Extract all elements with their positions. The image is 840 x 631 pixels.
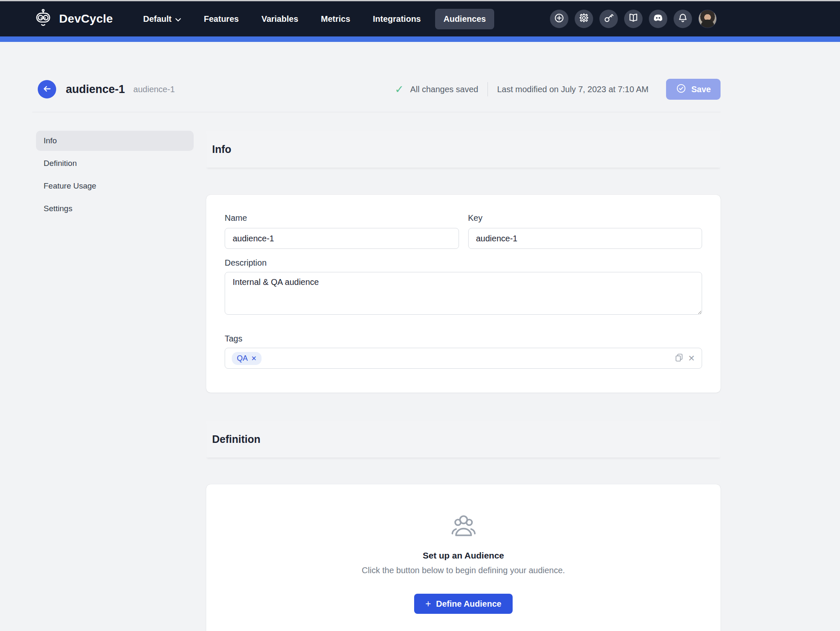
docs-book-icon	[628, 13, 639, 25]
audience-group-icon	[450, 532, 477, 539]
page-title: audience-1	[66, 83, 125, 96]
check-circle-icon	[676, 83, 687, 96]
api-keys-button[interactable]	[599, 10, 618, 28]
accent-bar	[0, 36, 840, 42]
saved-status: All changes saved	[410, 85, 478, 94]
key-field-group: Key	[468, 213, 703, 249]
gear-icon	[578, 13, 589, 25]
plus-circle-icon	[554, 13, 565, 25]
tag-chip: QA ✕	[232, 352, 262, 365]
name-label: Name	[225, 213, 459, 223]
check-icon: ✓	[395, 84, 404, 95]
notifications-button[interactable]	[674, 10, 692, 28]
tags-field-group: Tags QA ✕ ✕	[225, 334, 702, 369]
sidebar-item-feature-usage[interactable]: Feature Usage	[36, 176, 194, 196]
sidebar-item-settings[interactable]: Settings	[36, 199, 194, 219]
clear-tags-icon[interactable]: ✕	[688, 354, 695, 362]
divider	[487, 82, 488, 96]
back-button[interactable]	[38, 80, 56, 98]
name-input[interactable]	[225, 228, 459, 249]
user-avatar[interactable]	[698, 10, 717, 28]
description-field-group: Description	[225, 258, 702, 316]
chevron-down-icon	[175, 14, 181, 24]
sidebar-item-definition[interactable]: Definition	[36, 153, 194, 173]
brand[interactable]: DevCycle	[34, 9, 113, 29]
last-modified: Last modified on July 7, 2023 at 7:10 AM	[497, 85, 648, 94]
sidebar-item-info[interactable]: Info	[36, 131, 194, 151]
tags-label: Tags	[225, 334, 702, 344]
description-textarea[interactable]	[225, 272, 702, 315]
description-label: Description	[225, 258, 702, 268]
name-field-group: Name	[225, 213, 459, 249]
arrow-left-icon	[42, 84, 52, 95]
discord-icon	[652, 12, 664, 26]
project-selector-dropdown[interactable]: Default	[135, 9, 189, 29]
docs-button[interactable]	[624, 10, 643, 28]
page-subtitle: audience-1	[133, 85, 175, 94]
key-icon	[603, 13, 614, 25]
brand-name: DevCycle	[59, 12, 113, 26]
tag-remove-icon[interactable]: ✕	[251, 354, 257, 362]
definition-section-header: Definition	[206, 421, 721, 458]
copy-icon[interactable]	[674, 353, 684, 364]
settings-button[interactable]	[575, 10, 593, 28]
tags-controls: ✕	[674, 353, 695, 364]
info-card: Name Key Description Tags	[206, 195, 721, 393]
top-navbar: DevCycle Default Features Variables Metr…	[0, 1, 840, 36]
main-content: Info Name Key Description	[206, 131, 721, 631]
define-audience-button[interactable]: + Define Audience	[414, 594, 513, 614]
info-section-header: Info	[206, 131, 721, 168]
nav-item-integrations[interactable]: Integrations	[365, 9, 429, 29]
key-input[interactable]	[468, 228, 703, 249]
nav-item-variables[interactable]: Variables	[253, 9, 307, 29]
empty-state-title: Set up an Audience	[206, 551, 721, 561]
navbar-actions	[550, 10, 717, 28]
header-status-area: ✓ All changes saved Last modified on Jul…	[395, 79, 721, 100]
devcycle-robot-logo-icon	[34, 9, 53, 29]
nav-item-audiences[interactable]: Audiences	[435, 9, 494, 29]
create-button[interactable]	[550, 10, 568, 28]
nav-item-features[interactable]: Features	[195, 9, 247, 29]
save-button[interactable]: Save	[666, 79, 721, 100]
definition-card: Set up an Audience Click the button belo…	[206, 484, 721, 631]
plus-icon: +	[425, 599, 431, 609]
page: audience-1 audience-1 ✓ All changes save…	[0, 78, 840, 631]
tags-input[interactable]: QA ✕ ✕	[225, 348, 702, 369]
nav-item-metrics[interactable]: Metrics	[313, 9, 359, 29]
main-nav: Default Features Variables Metrics Integ…	[135, 9, 494, 29]
page-header: audience-1 audience-1 ✓ All changes save…	[32, 78, 721, 101]
discord-button[interactable]	[649, 10, 667, 28]
settings-sidebar: Info Definition Feature Usage Settings	[36, 131, 194, 631]
key-label: Key	[468, 213, 703, 223]
empty-state-subtitle: Click the button below to begin defining…	[206, 566, 721, 575]
bell-icon	[677, 13, 688, 25]
header-divider	[32, 112, 721, 112]
